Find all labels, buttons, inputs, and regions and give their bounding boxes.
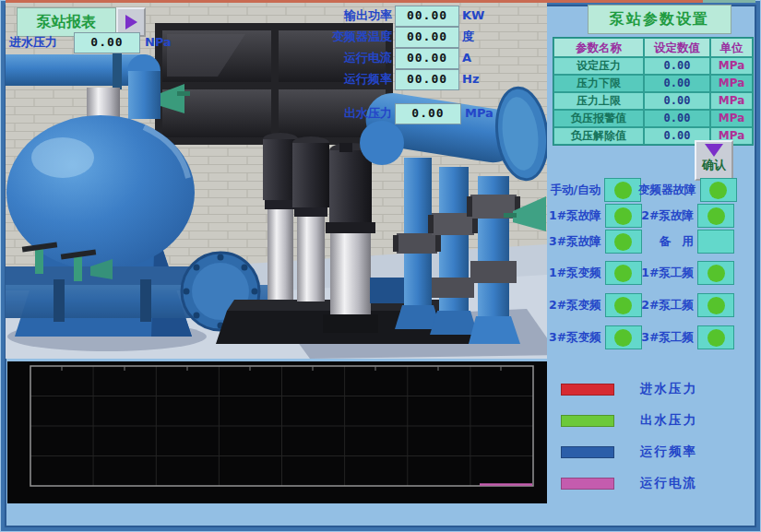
legend-swatch-inlet (561, 384, 614, 396)
param-name: 负压解除值 (553, 127, 644, 145)
lamp-box (697, 204, 734, 228)
indicator-pump3-vfd: 3#泵变频 (549, 325, 641, 349)
legend-item-run-frequency: 运行频率 (561, 441, 745, 463)
param-setpoint[interactable]: 0.00 (644, 57, 710, 75)
legend-swatch-outlet (561, 415, 614, 427)
run-current-unit: A (462, 48, 471, 68)
param-name: 压力下限 (553, 75, 644, 92)
param-unit: MPa (710, 57, 753, 75)
status-lamp (707, 297, 725, 314)
run-frequency-value: 00.00 (395, 69, 459, 90)
lamp-box (697, 230, 734, 254)
output-power-unit: KW (462, 6, 484, 26)
legend-swatch-current (561, 478, 614, 490)
lamp-box (700, 178, 737, 202)
indicator-pump3-mains: 3#泵工频 (638, 325, 734, 349)
confirm-button-label: 确认 (696, 159, 731, 171)
inverter-temp-value: 00.00 (395, 27, 459, 48)
inlet-pressure-value: 0.00 (74, 32, 140, 53)
param-unit: MPa (710, 92, 753, 110)
col-header-name: 参数名称 (553, 38, 644, 57)
run-current-value: 00.00 (395, 48, 459, 69)
lamp-box (605, 325, 642, 349)
indicator-manual-auto: 手动/自动 (549, 178, 641, 202)
status-lamp (707, 207, 725, 225)
indicator-pump1-vfd: 1#泵变频 (549, 261, 641, 285)
lamp-box (605, 204, 642, 228)
run-current-label: 运行电流 (304, 48, 392, 68)
status-lamp (614, 182, 632, 199)
outlet-pressure-unit: MPa (465, 103, 493, 124)
indicator-pump1-fault: 1#泵故障 (549, 204, 641, 228)
status-lamp (614, 233, 632, 251)
param-unit: MPa (710, 75, 753, 92)
lamp-box (605, 230, 642, 254)
lamp-box (697, 293, 734, 317)
inlet-pressure-unit: NPa (145, 32, 172, 53)
outlet-pressure-value: 0.00 (395, 103, 461, 124)
lamp-box (605, 261, 642, 285)
col-header-value: 设定数值 (644, 38, 710, 57)
settings-panel-title: 泵站参数设置 (588, 5, 731, 34)
lamp-box (697, 261, 734, 285)
output-power-value: 00.00 (395, 6, 459, 27)
outlet-pressure-label: 出水压力 (304, 103, 392, 124)
top-accent-corner (703, 0, 755, 3)
param-name: 设定压力 (553, 57, 644, 75)
indicator-pump3-fault: 3#泵故障 (549, 230, 641, 254)
lamp-box (697, 325, 734, 349)
legend-item-inlet-pressure: 进水压力 (561, 378, 745, 400)
legend-item-run-current: 运行电流 (561, 472, 745, 494)
param-setpoint[interactable]: 0.00 (644, 92, 710, 110)
trend-chart-plot (7, 361, 547, 503)
confirm-arrow-icon (705, 144, 723, 157)
inverter-temp-unit: 度 (462, 27, 474, 47)
status-lamp (614, 207, 632, 225)
table-row: 压力下限 0.00 MPa (553, 75, 753, 92)
play-icon (125, 15, 137, 30)
status-lamp (709, 182, 727, 199)
param-name: 压力上限 (553, 92, 644, 110)
run-frequency-label: 运行频率 (304, 69, 392, 89)
inverter-temp-label: 变频器温度 (304, 27, 392, 47)
status-lamp (614, 265, 632, 282)
indicator-pump2-mains: 2#泵工频 (638, 293, 734, 317)
status-lamp (614, 297, 632, 314)
col-header-unit: 单位 (710, 38, 753, 57)
output-power-label: 输出功率 (304, 6, 392, 26)
table-row: 设定压力 0.00 MPa (553, 57, 753, 75)
status-lamp (614, 329, 632, 347)
param-setpoint[interactable]: 0.00 (644, 75, 710, 92)
param-setpoint[interactable]: 0.00 (644, 110, 710, 127)
top-accent-line (6, 0, 703, 3)
table-row: 压力上限 0.00 MPa (553, 92, 753, 110)
confirm-button[interactable]: 确认 (695, 140, 733, 181)
legend-swatch-frequency (561, 446, 614, 458)
settings-table-header: 参数名称 设定数值 单位 (553, 38, 753, 57)
legend-item-outlet-pressure: 出水压力 (561, 409, 745, 432)
table-row: 负压报警值 0.00 MPa (553, 110, 753, 127)
inlet-pressure-label: 进水压力 (9, 32, 57, 53)
indicator-vfd-fault: 变频器故障 (638, 178, 734, 202)
run-frequency-unit: Hz (462, 69, 479, 89)
indicator-pump2-fault: 2#泵故障 (638, 204, 734, 228)
settings-table: 参数名称 设定数值 单位 设定压力 0.00 MPa 压力下限 0.00 MPa… (553, 37, 754, 146)
lamp-box (604, 178, 641, 202)
trend-chart (7, 361, 547, 503)
status-lamp (707, 329, 725, 347)
status-lamp (707, 265, 725, 282)
param-name: 负压报警值 (553, 110, 644, 127)
indicator-spare: 备 用 (638, 230, 734, 254)
hmi-screen: 泵站报表 进水压力 0.00 NPa 输出功率 00.00 KW 变频器温度 0… (0, 0, 761, 532)
indicator-pump2-vfd: 2#泵变频 (549, 293, 641, 317)
indicator-pump1-mains: 1#泵工频 (638, 261, 734, 285)
lamp-box (605, 293, 642, 317)
param-unit: MPa (710, 110, 753, 127)
